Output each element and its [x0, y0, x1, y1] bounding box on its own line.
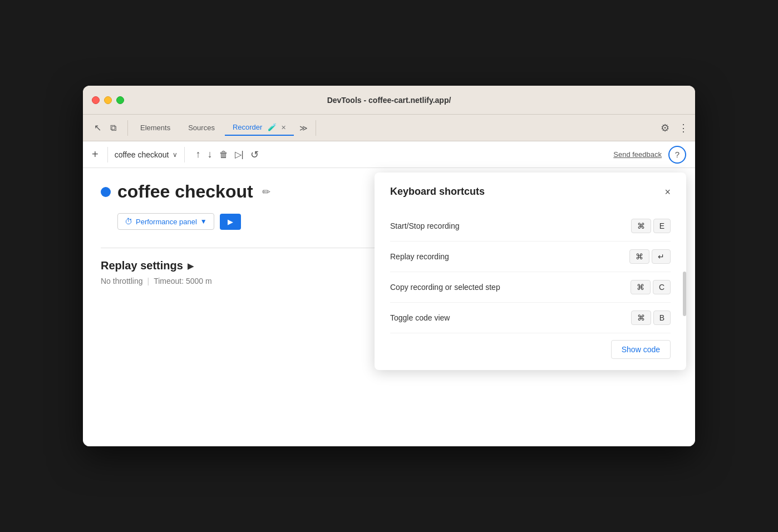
tab-bar-right: ⚙ ⋮: [658, 120, 691, 136]
performance-panel-label: Performance panel: [136, 218, 197, 226]
shortcut-label-toggle: Toggle code view: [390, 313, 450, 322]
timeout-label: Timeout: 5000 m: [154, 277, 212, 285]
recording-dropdown-icon[interactable]: ∨: [173, 151, 178, 159]
key-cmd-3: ⌘: [631, 280, 651, 294]
tab-recorder[interactable]: Recorder 🧪 ✕: [225, 120, 294, 136]
details-separator: |: [147, 277, 149, 285]
recording-status-dot: [101, 187, 111, 197]
send-feedback-link[interactable]: Send feedback: [613, 150, 662, 159]
delete-icon[interactable]: 🗑: [219, 150, 228, 160]
replay-btn-icon: ▶: [228, 218, 233, 226]
shortcut-label-start-stop: Start/Stop recording: [390, 221, 460, 230]
toolbar-actions: ↑ ↓ 🗑 ▷| ↺: [196, 149, 259, 161]
recorder-toolbar: + coffee checkout ∨ ↑ ↓ 🗑 ▷| ↺ Send feed…: [83, 141, 695, 168]
toolbar-sep-2: [184, 147, 185, 162]
export-icon[interactable]: ↑: [196, 149, 201, 160]
tab-sources[interactable]: Sources: [180, 120, 223, 135]
scrollbar[interactable]: [683, 272, 686, 316]
toolbar-right: Send feedback ?: [613, 146, 686, 164]
shortcut-keys-start-stop: ⌘ E: [631, 219, 671, 233]
shortcut-row-toggle: Toggle code view ⌘ B: [390, 303, 671, 333]
popup-title: Keyboard shortcuts: [390, 186, 485, 198]
key-c: C: [653, 280, 671, 294]
toolbar-sep-1: [107, 147, 108, 162]
performance-icon: ⏱: [125, 217, 132, 226]
traffic-lights: [92, 96, 124, 104]
help-button[interactable]: ?: [668, 146, 686, 164]
shortcut-label-copy: Copy recording or selected step: [390, 283, 500, 292]
layers-icon[interactable]: ⧉: [108, 121, 119, 135]
shortcut-keys-replay: ⌘ ↵: [629, 249, 671, 264]
window-title: DevTools - coffee-cart.netlify.app/: [327, 96, 451, 105]
shortcut-keys-toggle: ⌘ B: [631, 311, 671, 325]
key-cmd-2: ⌘: [629, 249, 649, 264]
recording-title: coffee checkout: [117, 181, 253, 202]
tab-bar-separator-left: [127, 120, 128, 136]
shortcut-row-copy: Copy recording or selected step ⌘ C: [390, 272, 671, 303]
main-content: coffee checkout ✏ ⏱ Performance panel ▼ …: [83, 168, 695, 446]
shortcut-label-replay: Replay recording: [390, 252, 449, 261]
replay-button[interactable]: ▶: [220, 214, 241, 230]
key-b: B: [653, 311, 671, 325]
popup-header: Keyboard shortcuts ×: [390, 186, 671, 198]
tab-bar: ↖ ⧉ Elements Sources Recorder 🧪 ✕ ≫ ⚙ ⋮: [83, 115, 695, 141]
key-cmd-4: ⌘: [631, 311, 651, 325]
performance-dropdown-icon[interactable]: ▼: [200, 218, 207, 225]
add-recording-icon[interactable]: +: [92, 148, 99, 161]
replay-icon[interactable]: ↺: [250, 149, 259, 161]
shortcuts-popup: Keyboard shortcuts × Start/Stop recordin…: [375, 173, 686, 370]
title-bar: DevTools - coffee-cart.netlify.app/: [83, 86, 695, 115]
tab-bar-left-icons: ↖ ⧉: [87, 120, 123, 135]
recorder-icon: 🧪: [268, 123, 277, 131]
import-icon[interactable]: ↓: [208, 149, 213, 160]
replay-settings-label: Replay settings: [101, 259, 183, 272]
popup-close-button[interactable]: ×: [664, 187, 671, 197]
devtools-window: DevTools - coffee-cart.netlify.app/ ↖ ⧉ …: [83, 86, 695, 446]
replay-settings-expand-icon[interactable]: ▶: [188, 262, 194, 270]
more-tabs-icon[interactable]: ≫: [296, 121, 311, 135]
close-button[interactable]: [92, 96, 100, 104]
key-cmd-1: ⌘: [631, 219, 651, 233]
gear-icon[interactable]: ⚙: [658, 120, 672, 136]
show-code-button[interactable]: Show code: [611, 340, 671, 359]
shortcut-keys-copy: ⌘ C: [631, 280, 671, 294]
recording-selector: coffee checkout ∨: [115, 150, 178, 159]
key-enter: ↵: [652, 249, 671, 264]
more-options-icon[interactable]: ⋮: [676, 120, 691, 136]
performance-panel-button[interactable]: ⏱ Performance panel ▼: [117, 213, 214, 230]
tab-elements[interactable]: Elements: [132, 120, 178, 135]
edit-title-icon[interactable]: ✏: [262, 186, 270, 198]
tab-bar-separator-right: [316, 120, 316, 136]
shortcut-row-replay: Replay recording ⌘ ↵: [390, 242, 671, 272]
maximize-button[interactable]: [116, 96, 124, 104]
minimize-button[interactable]: [104, 96, 112, 104]
key-e: E: [653, 219, 671, 233]
cursor-icon[interactable]: ↖: [92, 120, 104, 135]
show-code-row: Show code: [390, 338, 671, 359]
throttling-label: No throttling: [101, 277, 142, 285]
tab-recorder-close[interactable]: ✕: [281, 124, 286, 131]
play-step-icon[interactable]: ▷|: [235, 149, 244, 160]
shortcut-row-start-stop: Start/Stop recording ⌘ E: [390, 211, 671, 242]
recording-name-label: coffee checkout: [115, 150, 169, 159]
help-icon: ?: [675, 150, 679, 159]
